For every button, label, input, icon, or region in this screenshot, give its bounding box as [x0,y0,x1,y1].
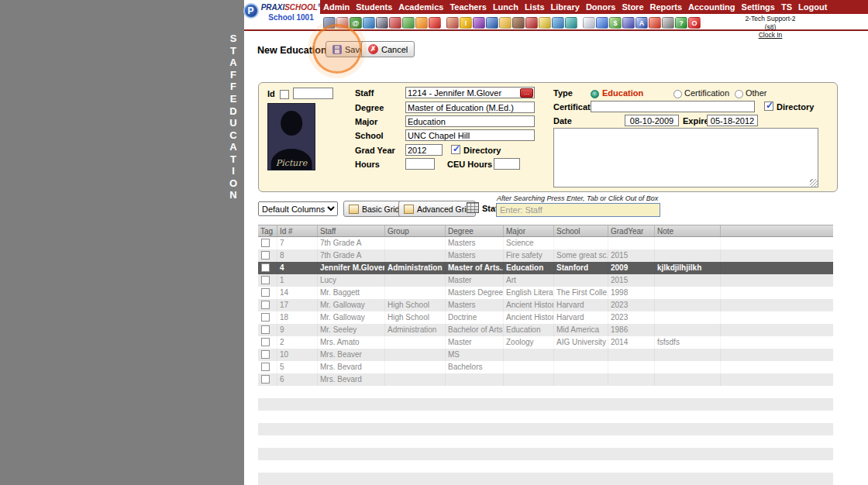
column-header-gradyear[interactable]: GradYear [608,225,655,236]
basic-grid-button[interactable]: Basic Grid [343,201,405,217]
nav-item-store[interactable]: Store [618,2,646,12]
table-row[interactable]: 6Mrs. Bevard [258,373,833,386]
column-header-degree[interactable]: Degree [446,225,504,236]
cancel-button[interactable]: ✗ Cancel [361,41,415,57]
help-icon[interactable]: ? [675,17,687,29]
grad-year-input[interactable] [405,144,443,156]
column-header-note[interactable]: Note [655,225,721,236]
calculator-icon[interactable] [622,17,635,29]
table-row[interactable]: 17Mr. GallowayHigh SchoolMastersAncient … [258,299,833,311]
nav-item-lists[interactable]: Lists [522,2,548,12]
nav-item-accounting[interactable]: Accounting [685,2,739,12]
stop-icon[interactable]: O [688,17,701,29]
staff-lookup-button[interactable]: … [520,88,533,98]
type-option-certification[interactable]: Certification [684,88,729,98]
calendar-icon[interactable] [336,17,349,29]
nav-item-lunch[interactable]: Lunch [490,2,522,12]
column-header-id[interactable]: Id # [277,225,318,236]
people-icon[interactable] [486,17,498,29]
column-header-tag[interactable]: Tag [258,225,277,236]
type-option-other[interactable]: Other [746,88,767,98]
schedule-icon[interactable] [415,17,428,29]
table-row[interactable]: 5Mrs. BevardBachelors [258,361,833,373]
person-add-icon[interactable] [552,17,564,29]
nav-item-settings[interactable]: Settings [739,2,778,12]
tag-checkbox[interactable] [261,350,270,359]
printer-icon[interactable] [662,17,674,29]
grade-aplus-icon[interactable]: A [636,17,648,29]
megaphone-icon[interactable] [429,17,441,29]
tag-checkbox[interactable] [261,251,270,260]
nav-item-donors[interactable]: Donors [583,2,619,12]
book-icon[interactable] [512,17,525,29]
globe-icon[interactable] [363,17,375,29]
clock-in-link[interactable]: Clock In [759,31,783,40]
folder-icon[interactable] [499,17,512,29]
hours-input[interactable] [405,158,435,170]
student-alert-icon[interactable] [446,17,459,29]
nav-item-reports[interactable]: Reports [647,2,686,12]
tag-checkbox[interactable] [261,288,270,297]
table-row[interactable]: 18Mr. GallowayHigh SchoolDoctrineAncient… [258,311,833,324]
pdf-icon[interactable] [649,17,661,29]
app-logo[interactable]: P PraxiSchool® School 1001 [244,0,320,31]
expires-input[interactable] [707,115,758,126]
speaker-icon[interactable] [389,17,401,29]
warning-icon[interactable]: ! [460,17,472,29]
nav-item-admin[interactable]: Admin [320,2,353,12]
column-header-major[interactable]: Major [504,225,554,236]
mobile-icon[interactable] [376,17,388,29]
note-icon[interactable] [583,17,595,29]
table-row[interactable]: 1LucyMasterArt2015 [258,274,833,287]
degree-input[interactable] [405,101,535,113]
type-option-education[interactable]: Education [602,88,643,98]
nav-item-teachers[interactable]: Teachers [446,2,490,12]
columns-select[interactable]: Default Columns [258,201,338,216]
tag-checkbox[interactable] [261,276,270,284]
directory2-checkbox[interactable] [764,101,773,111]
tag-checkbox[interactable] [261,313,270,322]
clock-icon[interactable] [565,17,577,29]
major-input[interactable] [405,115,535,127]
notes-textarea[interactable] [553,128,818,187]
staff-search-input[interactable] [496,203,660,217]
nav-item-logout[interactable]: Logout [795,2,830,12]
column-header-school[interactable]: School [554,225,608,236]
table-row[interactable]: 14Mr. BaggettMasters DegreeEnglish Liter… [258,287,833,299]
staff-input[interactable] [405,87,535,98]
money-icon[interactable]: $ [609,17,622,29]
table-row[interactable]: 4Jennifer M.GloverAdministrationMaster o… [258,262,833,274]
certification-input[interactable] [591,101,755,112]
type-radio-certification[interactable] [673,90,682,98]
type-radio-other[interactable] [735,90,743,98]
tag-checkbox[interactable] [261,375,270,384]
tag-checkbox[interactable] [261,263,270,272]
school-input[interactable] [405,129,535,141]
tag-checkbox[interactable] [261,338,270,346]
date-input[interactable] [625,115,679,126]
email-at-icon[interactable]: @ [350,17,362,29]
id-checkbox[interactable] [280,90,289,99]
table-row[interactable]: 10Mrs. BeaverMS [258,349,833,361]
window-icon[interactable] [323,17,336,29]
column-header-group[interactable]: Group [385,225,446,236]
nav-item-ts[interactable]: TS [778,2,795,12]
tag-checkbox[interactable] [261,363,270,371]
nav-item-academics[interactable]: Academics [395,2,446,12]
ceu-hours-input[interactable] [494,158,520,170]
nav-item-library[interactable]: Library [548,2,583,12]
tag-checkbox[interactable] [261,301,270,309]
id-input[interactable] [293,88,333,99]
column-header-staff[interactable]: Staff [318,225,385,236]
table-row[interactable]: 87th Grade AMastersFire safetySome great… [258,249,833,262]
table-row[interactable]: 77th Grade AMastersScience [258,237,833,249]
nav-item-students[interactable]: Students [353,2,395,12]
cart-icon[interactable] [525,17,538,29]
brush-icon[interactable] [473,17,485,29]
table-row[interactable]: 9Mr. SeeleyAdministrationBachelor of Art… [258,324,833,336]
card-icon[interactable] [596,17,608,29]
type-radio-education[interactable] [591,90,599,98]
tag-checkbox[interactable] [261,239,270,247]
table-row[interactable]: 2Mrs. AmatoMasterZoologyAIG University20… [258,336,833,349]
mail-send-icon[interactable] [539,17,551,29]
